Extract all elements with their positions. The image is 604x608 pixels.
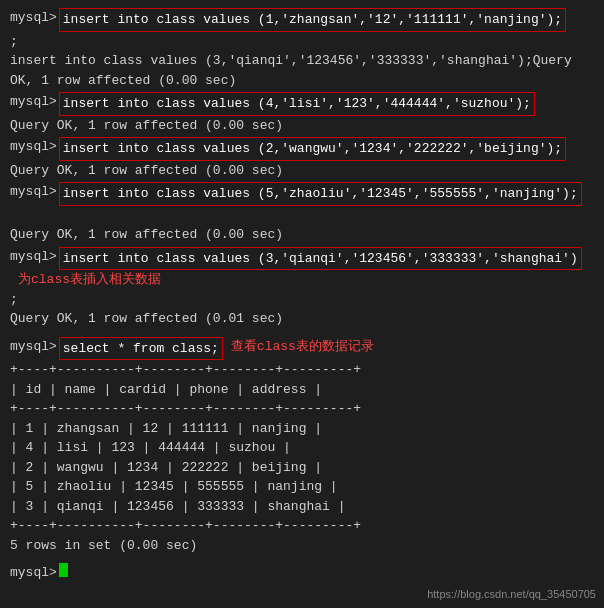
- prompt-3: mysql>: [10, 137, 57, 157]
- watermark: https://blog.csdn.net/qq_35450705: [427, 588, 596, 600]
- table-row-1: | 1 | zhangsan | 12 | 111111 | nanjing |: [10, 419, 594, 439]
- output-1a: ;: [10, 32, 594, 52]
- table-border-top: +----+----------+--------+--------+-----…: [10, 360, 594, 380]
- prompt-1: mysql>: [10, 8, 57, 28]
- output-4b: Query OK, 1 row affected (0.00 sec): [10, 225, 594, 245]
- table-row-3: | 2 | wangwu | 1234 | 222222 | beijing |: [10, 458, 594, 478]
- line-3: mysql> insert into class values (2,'wang…: [10, 137, 594, 161]
- block-1: mysql> insert into class values (1,'zhan…: [10, 8, 594, 90]
- line-4: mysql> insert into class values (5,'zhao…: [10, 182, 594, 206]
- output-2: Query OK, 1 row affected (0.00 sec): [10, 116, 594, 136]
- line-5: mysql> insert into class values (3,'qian…: [10, 247, 594, 290]
- prompt-2: mysql>: [10, 92, 57, 112]
- output-1c: OK, 1 row affected (0.00 sec): [10, 71, 594, 91]
- output-1b: insert into class values (3,'qianqi','12…: [10, 51, 594, 71]
- table-border-bot: +----+----------+--------+--------+-----…: [10, 516, 594, 536]
- block-5: mysql> insert into class values (3,'qian…: [10, 247, 594, 329]
- output-5b: Query OK, 1 row affected (0.01 sec): [10, 309, 594, 329]
- sql-select: select * from class;: [59, 337, 223, 361]
- block-select: mysql> select * from class; 查看class表的数据记…: [10, 337, 594, 556]
- table-row-4: | 5 | zhaoliu | 12345 | 555555 | nanjing…: [10, 477, 594, 497]
- sql-5: insert into class values (3,'qianqi','12…: [59, 247, 582, 271]
- comment-select: 查看class表的数据记录: [231, 337, 374, 357]
- terminal: mysql> insert into class values (1,'zhan…: [10, 8, 594, 583]
- table-row-2: | 4 | lisi | 123 | 444444 | suzhou |: [10, 438, 594, 458]
- table-border-mid: +----+----------+--------+--------+-----…: [10, 399, 594, 419]
- table-footer: 5 rows in set (0.00 sec): [10, 536, 594, 556]
- output-4a: [10, 206, 594, 226]
- final-prompt-line: mysql>: [10, 563, 594, 583]
- final-prompt: mysql>: [10, 563, 57, 583]
- block-2: mysql> insert into class values (4,'lisi…: [10, 92, 594, 135]
- prompt-select: mysql>: [10, 337, 57, 357]
- prompt-5: mysql>: [10, 247, 57, 267]
- cursor: [59, 563, 68, 577]
- comment-5: 为class表插入相关数据: [18, 270, 161, 290]
- output-3: Query OK, 1 row affected (0.00 sec): [10, 161, 594, 181]
- output-5a: ;: [10, 290, 594, 310]
- sql-3: insert into class values (2,'wangwu','12…: [59, 137, 566, 161]
- block-4: mysql> insert into class values (5,'zhao…: [10, 182, 594, 245]
- line-1: mysql> insert into class values (1,'zhan…: [10, 8, 594, 32]
- line-select: mysql> select * from class; 查看class表的数据记…: [10, 337, 594, 361]
- line-2: mysql> insert into class values (4,'lisi…: [10, 92, 594, 116]
- block-3: mysql> insert into class values (2,'wang…: [10, 137, 594, 180]
- table-row-5: | 3 | qianqi | 123456 | 333333 | shangha…: [10, 497, 594, 517]
- prompt-4: mysql>: [10, 182, 57, 202]
- sql-2: insert into class values (4,'lisi','123'…: [59, 92, 535, 116]
- sql-1: insert into class values (1,'zhangsan','…: [59, 8, 566, 32]
- table-header: | id | name | cardid | phone | address |: [10, 380, 594, 400]
- sql-4: insert into class values (5,'zhaoliu','1…: [59, 182, 582, 206]
